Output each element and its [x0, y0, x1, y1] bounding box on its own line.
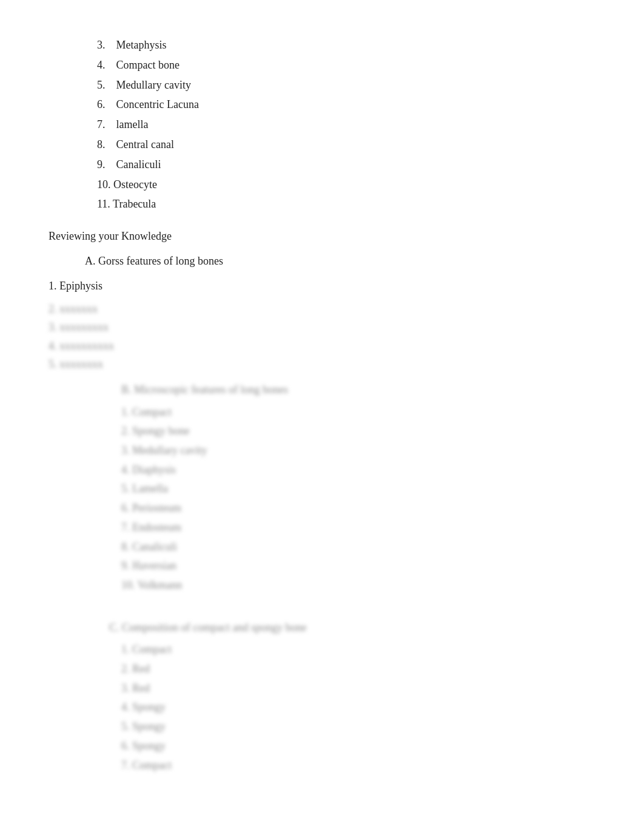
- item-label: lamella: [116, 118, 149, 130]
- blurred-sub-heading-b: B. Microscopic features of long bones: [121, 381, 595, 399]
- list-item-7: 7. lamella: [97, 116, 595, 134]
- blurred-b-3: 3. Medullary cavity: [121, 442, 595, 460]
- list-item-9: 9. Canaliculi: [97, 156, 595, 174]
- item-label: Canaliculi: [116, 158, 161, 171]
- blurred-list-c: 1. Compact 2. Red 3. Red 4. Spongy 5. Sp…: [121, 641, 595, 774]
- numbered-list: 3. Metaphysis 4. Compact bone 5. Medulla…: [97, 36, 595, 213]
- reviewing-heading: Reviewing your Knowledge: [49, 228, 595, 245]
- item-num: 3.: [97, 39, 106, 51]
- blurred-b-2: 2. Spongy bone: [121, 422, 595, 441]
- item-num: 11.: [97, 198, 110, 210]
- blurred-b-8: 8. Canaliculi: [121, 538, 595, 556]
- list-item-8: 8. Central canal: [97, 136, 595, 154]
- list-item-6: 6. Concentric Lacuna: [97, 96, 595, 113]
- item-num: 7.: [97, 118, 106, 130]
- item-label: Trabecula: [113, 198, 156, 210]
- item-label: Osteocyte: [113, 178, 157, 191]
- blurred-item-4: 4. xxxxxxxxxx: [49, 337, 595, 356]
- item-num: 9.: [97, 158, 106, 171]
- item-num: 8.: [97, 138, 106, 150]
- list-item-4: 4. Compact bone: [97, 56, 595, 74]
- blurred-c-2: 2. Red: [121, 660, 595, 678]
- blurred-b-9: 9. Haversian: [121, 557, 595, 575]
- blurred-sub-heading-c: C. Composition of compact and spongy bon…: [109, 619, 595, 637]
- list-item-5: 5. Medullary cavity: [97, 76, 595, 94]
- blurred-item-5: 5. xxxxxxxx: [49, 355, 595, 374]
- blurred-b-6: 6. Periosteum: [121, 499, 595, 518]
- blurred-c-5: 5. Spongy: [121, 718, 595, 736]
- list-item-10: 10. Osteocyte: [97, 176, 595, 194]
- list-item-3: 3. Metaphysis: [97, 36, 595, 54]
- blurred-c-3: 3. Red: [121, 680, 595, 698]
- item-num: 5.: [97, 79, 106, 91]
- item-num: 4.: [97, 59, 106, 71]
- item-label: Metaphysis: [116, 39, 167, 51]
- blurred-c-6: 6. Spongy: [121, 737, 595, 756]
- blurred-c-7: 7. Compact: [121, 757, 595, 775]
- item-label: Central canal: [116, 138, 174, 150]
- blurred-b-7: 7. Endosteum: [121, 519, 595, 537]
- blurred-list-b: 1. Compact 2. Spongy bone 3. Medullary c…: [121, 404, 595, 595]
- item-num: 10.: [97, 178, 111, 191]
- item-label: Medullary cavity: [116, 79, 191, 91]
- blurred-b-1: 1. Compact: [121, 404, 595, 422]
- list-item-11: 11. Trabecula: [97, 195, 595, 213]
- item-label: Compact bone: [116, 59, 179, 71]
- item-num: 6.: [97, 98, 106, 110]
- blurred-item-3: 3. xxxxxxxxx: [49, 318, 595, 337]
- sub-heading-a: A. Gorss features of long bones: [85, 252, 595, 270]
- blurred-item-2: 2. xxxxxxx: [49, 300, 595, 319]
- blurred-c-4: 4. Spongy: [121, 698, 595, 717]
- blurred-items-2-5: 2. xxxxxxx 3. xxxxxxxxx 4. xxxxxxxxxx 5.…: [49, 300, 595, 374]
- blurred-c-1: 1. Compact: [121, 641, 595, 659]
- blurred-b-10: 10. Volkmann: [121, 576, 595, 595]
- item-label: Concentric Lacuna: [116, 98, 199, 110]
- item-1-epiphysis: 1. Epiphysis: [49, 277, 595, 295]
- blurred-b-4: 4. Diaphysis: [121, 461, 595, 479]
- blurred-b-5: 5. Lamella: [121, 480, 595, 498]
